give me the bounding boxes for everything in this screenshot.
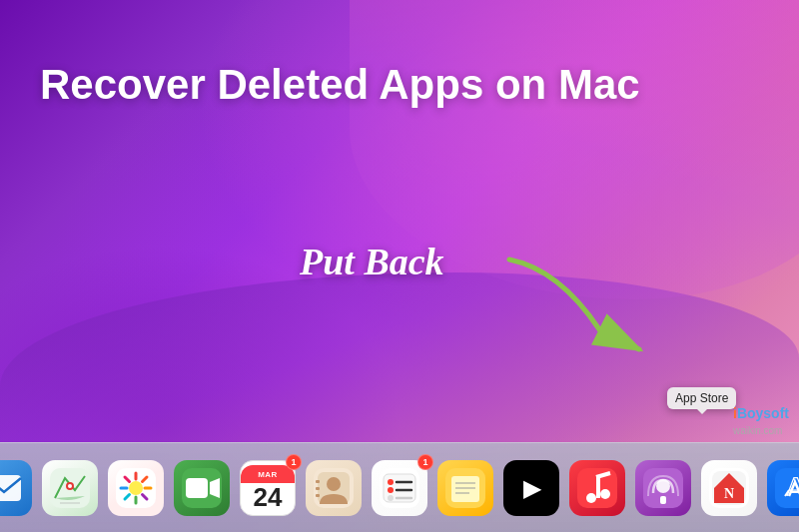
svg-point-46: [600, 489, 610, 499]
appstore-tooltip: App Store: [667, 387, 736, 409]
svg-rect-26: [316, 480, 320, 483]
dock-item-maps[interactable]: [40, 458, 100, 518]
dock: MAR 24 1: [0, 442, 799, 532]
calendar-month: MAR: [241, 465, 295, 483]
notes-icon: [437, 460, 493, 516]
podcasts-icon: [635, 460, 691, 516]
watermark-domain: waikin.com: [733, 425, 782, 436]
mail-icon: [0, 460, 32, 516]
svg-point-33: [388, 487, 394, 493]
svg-point-25: [327, 477, 341, 491]
main-container: Recover Deleted Apps on Mac Put Back App…: [0, 0, 799, 532]
appstore-icon: 𝔸: [767, 460, 799, 516]
svg-point-31: [388, 479, 394, 485]
svg-rect-47: [596, 477, 600, 498]
watermark-brand: Boysoft: [737, 405, 789, 421]
dock-item-news[interactable]: N: [699, 458, 759, 518]
maps-icon: [42, 460, 98, 516]
tv-icon: ▶: [503, 460, 559, 516]
dock-item-podcasts[interactable]: [633, 458, 693, 518]
dock-item-reminders[interactable]: 1: [370, 458, 429, 518]
svg-text:N: N: [724, 486, 734, 501]
arrow-decoration: [499, 250, 659, 373]
put-back-label: Put Back: [300, 240, 444, 283]
facetime-icon: [174, 460, 230, 516]
svg-text:▶: ▶: [523, 476, 542, 501]
news-icon: N: [701, 460, 757, 516]
calendar-badge: 1: [286, 454, 302, 470]
dock-item-tv[interactable]: ▶: [501, 458, 561, 518]
svg-point-9: [68, 484, 72, 488]
page-headline: Recover Deleted Apps on Mac: [40, 60, 759, 110]
svg-point-35: [388, 495, 394, 501]
dock-item-appstore[interactable]: 𝔸: [765, 458, 799, 518]
dock-item-mail[interactable]: [0, 458, 34, 518]
dock-item-photos[interactable]: [106, 458, 166, 518]
svg-rect-51: [660, 496, 666, 504]
svg-point-45: [586, 493, 596, 503]
svg-point-11: [129, 481, 143, 495]
reminders-badge: 1: [417, 454, 433, 470]
contacts-icon: [306, 460, 362, 516]
iboysoft-watermark: iBoysoft waikin.com: [733, 405, 789, 437]
dock-item-facetime[interactable]: [172, 458, 232, 518]
calendar-day: 24: [254, 484, 283, 510]
dock-item-contacts[interactable]: [304, 458, 364, 518]
svg-rect-27: [316, 487, 320, 490]
svg-rect-38: [451, 476, 479, 502]
music-icon: [569, 460, 625, 516]
dock-item-calendar[interactable]: MAR 24 1: [238, 458, 298, 518]
photos-icon: [108, 460, 164, 516]
svg-rect-21: [186, 478, 208, 498]
svg-rect-28: [316, 494, 320, 497]
dock-item-notes[interactable]: [435, 458, 495, 518]
dock-item-music[interactable]: [567, 458, 627, 518]
